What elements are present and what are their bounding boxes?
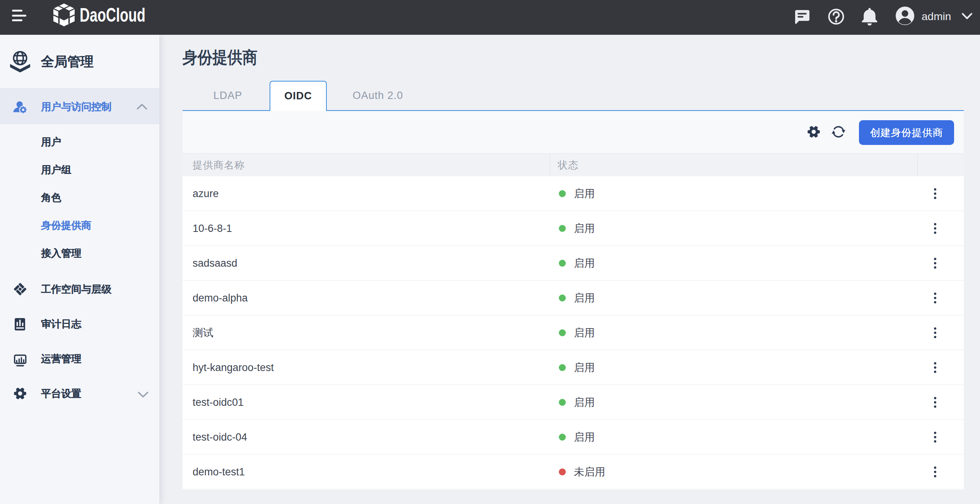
svg-text:DaoCloud: DaoCloud (80, 4, 145, 26)
